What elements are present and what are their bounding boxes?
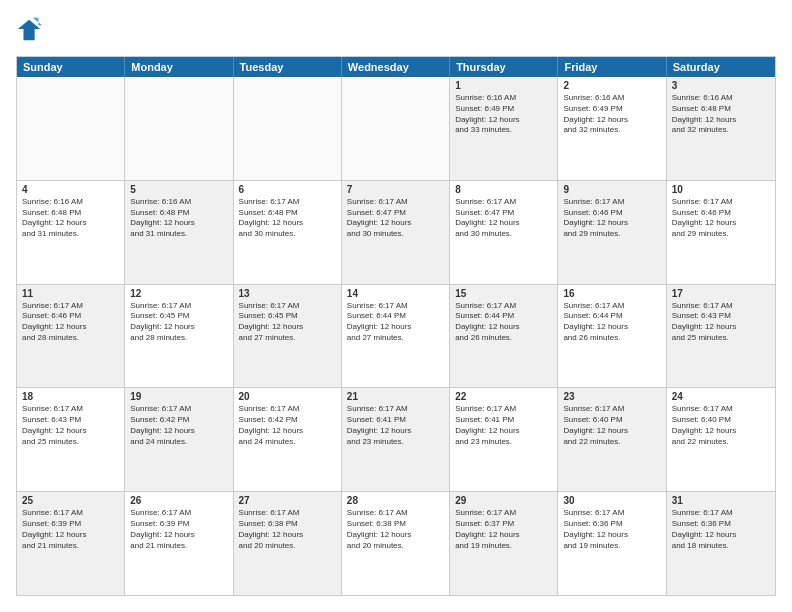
day-number: 23 [563, 391, 660, 402]
day-number: 1 [455, 80, 552, 91]
cell-info: Sunrise: 6:17 AM Sunset: 6:36 PM Dayligh… [563, 508, 660, 551]
day-number: 30 [563, 495, 660, 506]
header-day-tuesday: Tuesday [234, 57, 342, 77]
calendar-row-4: 25Sunrise: 6:17 AM Sunset: 6:39 PM Dayli… [17, 492, 775, 595]
header-day-saturday: Saturday [667, 57, 775, 77]
calendar-cell-29: 29Sunrise: 6:17 AM Sunset: 6:37 PM Dayli… [450, 492, 558, 595]
calendar-cell-24: 24Sunrise: 6:17 AM Sunset: 6:40 PM Dayli… [667, 388, 775, 491]
cell-info: Sunrise: 6:17 AM Sunset: 6:44 PM Dayligh… [347, 301, 444, 344]
day-number: 5 [130, 184, 227, 195]
cell-info: Sunrise: 6:17 AM Sunset: 6:45 PM Dayligh… [130, 301, 227, 344]
day-number: 6 [239, 184, 336, 195]
day-number: 25 [22, 495, 119, 506]
cell-info: Sunrise: 6:17 AM Sunset: 6:39 PM Dayligh… [130, 508, 227, 551]
cell-info: Sunrise: 6:16 AM Sunset: 6:49 PM Dayligh… [563, 93, 660, 136]
calendar-cell-9: 9Sunrise: 6:17 AM Sunset: 6:46 PM Daylig… [558, 181, 666, 284]
cell-info: Sunrise: 6:16 AM Sunset: 6:49 PM Dayligh… [455, 93, 552, 136]
day-number: 18 [22, 391, 119, 402]
calendar-cell-26: 26Sunrise: 6:17 AM Sunset: 6:39 PM Dayli… [125, 492, 233, 595]
day-number: 24 [672, 391, 770, 402]
day-number: 2 [563, 80, 660, 91]
day-number: 14 [347, 288, 444, 299]
header-day-wednesday: Wednesday [342, 57, 450, 77]
day-number: 27 [239, 495, 336, 506]
day-number: 21 [347, 391, 444, 402]
calendar-cell-4: 4Sunrise: 6:16 AM Sunset: 6:48 PM Daylig… [17, 181, 125, 284]
calendar-cell-15: 15Sunrise: 6:17 AM Sunset: 6:44 PM Dayli… [450, 285, 558, 388]
calendar-row-2: 11Sunrise: 6:17 AM Sunset: 6:46 PM Dayli… [17, 285, 775, 389]
calendar-body: 1Sunrise: 6:16 AM Sunset: 6:49 PM Daylig… [17, 77, 775, 595]
day-number: 8 [455, 184, 552, 195]
cell-info: Sunrise: 6:17 AM Sunset: 6:36 PM Dayligh… [672, 508, 770, 551]
calendar-cell-25: 25Sunrise: 6:17 AM Sunset: 6:39 PM Dayli… [17, 492, 125, 595]
day-number: 26 [130, 495, 227, 506]
calendar-cell-20: 20Sunrise: 6:17 AM Sunset: 6:42 PM Dayli… [234, 388, 342, 491]
calendar-cell-18: 18Sunrise: 6:17 AM Sunset: 6:43 PM Dayli… [17, 388, 125, 491]
cell-info: Sunrise: 6:17 AM Sunset: 6:48 PM Dayligh… [239, 197, 336, 240]
header-day-sunday: Sunday [17, 57, 125, 77]
cell-info: Sunrise: 6:17 AM Sunset: 6:38 PM Dayligh… [347, 508, 444, 551]
day-number: 20 [239, 391, 336, 402]
cell-info: Sunrise: 6:17 AM Sunset: 6:45 PM Dayligh… [239, 301, 336, 344]
logo-icon [16, 16, 44, 44]
calendar-cell-22: 22Sunrise: 6:17 AM Sunset: 6:41 PM Dayli… [450, 388, 558, 491]
calendar-cell-30: 30Sunrise: 6:17 AM Sunset: 6:36 PM Dayli… [558, 492, 666, 595]
cell-info: Sunrise: 6:17 AM Sunset: 6:46 PM Dayligh… [22, 301, 119, 344]
calendar-cell-1: 1Sunrise: 6:16 AM Sunset: 6:49 PM Daylig… [450, 77, 558, 180]
cell-info: Sunrise: 6:16 AM Sunset: 6:48 PM Dayligh… [130, 197, 227, 240]
page: SundayMondayTuesdayWednesdayThursdayFrid… [0, 0, 792, 612]
cell-info: Sunrise: 6:17 AM Sunset: 6:42 PM Dayligh… [239, 404, 336, 447]
calendar: SundayMondayTuesdayWednesdayThursdayFrid… [16, 56, 776, 596]
calendar-cell-2: 2Sunrise: 6:16 AM Sunset: 6:49 PM Daylig… [558, 77, 666, 180]
calendar-cell-12: 12Sunrise: 6:17 AM Sunset: 6:45 PM Dayli… [125, 285, 233, 388]
cell-info: Sunrise: 6:17 AM Sunset: 6:47 PM Dayligh… [347, 197, 444, 240]
cell-info: Sunrise: 6:17 AM Sunset: 6:44 PM Dayligh… [455, 301, 552, 344]
logo [16, 16, 48, 44]
day-number: 13 [239, 288, 336, 299]
calendar-row-1: 4Sunrise: 6:16 AM Sunset: 6:48 PM Daylig… [17, 181, 775, 285]
calendar-header: SundayMondayTuesdayWednesdayThursdayFrid… [17, 57, 775, 77]
cell-info: Sunrise: 6:17 AM Sunset: 6:37 PM Dayligh… [455, 508, 552, 551]
cell-info: Sunrise: 6:17 AM Sunset: 6:40 PM Dayligh… [672, 404, 770, 447]
day-number: 10 [672, 184, 770, 195]
cell-info: Sunrise: 6:17 AM Sunset: 6:42 PM Dayligh… [130, 404, 227, 447]
calendar-cell-empty-0-1 [125, 77, 233, 180]
calendar-cell-3: 3Sunrise: 6:16 AM Sunset: 6:48 PM Daylig… [667, 77, 775, 180]
day-number: 12 [130, 288, 227, 299]
header-day-thursday: Thursday [450, 57, 558, 77]
calendar-row-3: 18Sunrise: 6:17 AM Sunset: 6:43 PM Dayli… [17, 388, 775, 492]
calendar-cell-31: 31Sunrise: 6:17 AM Sunset: 6:36 PM Dayli… [667, 492, 775, 595]
cell-info: Sunrise: 6:16 AM Sunset: 6:48 PM Dayligh… [672, 93, 770, 136]
cell-info: Sunrise: 6:17 AM Sunset: 6:43 PM Dayligh… [22, 404, 119, 447]
header-day-friday: Friday [558, 57, 666, 77]
cell-info: Sunrise: 6:17 AM Sunset: 6:41 PM Dayligh… [347, 404, 444, 447]
cell-info: Sunrise: 6:17 AM Sunset: 6:46 PM Dayligh… [563, 197, 660, 240]
day-number: 11 [22, 288, 119, 299]
day-number: 4 [22, 184, 119, 195]
calendar-cell-empty-0-0 [17, 77, 125, 180]
day-number: 28 [347, 495, 444, 506]
header [16, 16, 776, 44]
day-number: 19 [130, 391, 227, 402]
day-number: 31 [672, 495, 770, 506]
calendar-cell-5: 5Sunrise: 6:16 AM Sunset: 6:48 PM Daylig… [125, 181, 233, 284]
cell-info: Sunrise: 6:17 AM Sunset: 6:46 PM Dayligh… [672, 197, 770, 240]
day-number: 29 [455, 495, 552, 506]
cell-info: Sunrise: 6:17 AM Sunset: 6:38 PM Dayligh… [239, 508, 336, 551]
day-number: 7 [347, 184, 444, 195]
day-number: 22 [455, 391, 552, 402]
calendar-cell-empty-0-2 [234, 77, 342, 180]
calendar-cell-14: 14Sunrise: 6:17 AM Sunset: 6:44 PM Dayli… [342, 285, 450, 388]
calendar-cell-empty-0-3 [342, 77, 450, 180]
calendar-cell-27: 27Sunrise: 6:17 AM Sunset: 6:38 PM Dayli… [234, 492, 342, 595]
calendar-cell-28: 28Sunrise: 6:17 AM Sunset: 6:38 PM Dayli… [342, 492, 450, 595]
cell-info: Sunrise: 6:17 AM Sunset: 6:44 PM Dayligh… [563, 301, 660, 344]
cell-info: Sunrise: 6:17 AM Sunset: 6:47 PM Dayligh… [455, 197, 552, 240]
calendar-row-0: 1Sunrise: 6:16 AM Sunset: 6:49 PM Daylig… [17, 77, 775, 181]
cell-info: Sunrise: 6:17 AM Sunset: 6:43 PM Dayligh… [672, 301, 770, 344]
day-number: 17 [672, 288, 770, 299]
calendar-cell-21: 21Sunrise: 6:17 AM Sunset: 6:41 PM Dayli… [342, 388, 450, 491]
calendar-cell-19: 19Sunrise: 6:17 AM Sunset: 6:42 PM Dayli… [125, 388, 233, 491]
day-number: 9 [563, 184, 660, 195]
day-number: 16 [563, 288, 660, 299]
